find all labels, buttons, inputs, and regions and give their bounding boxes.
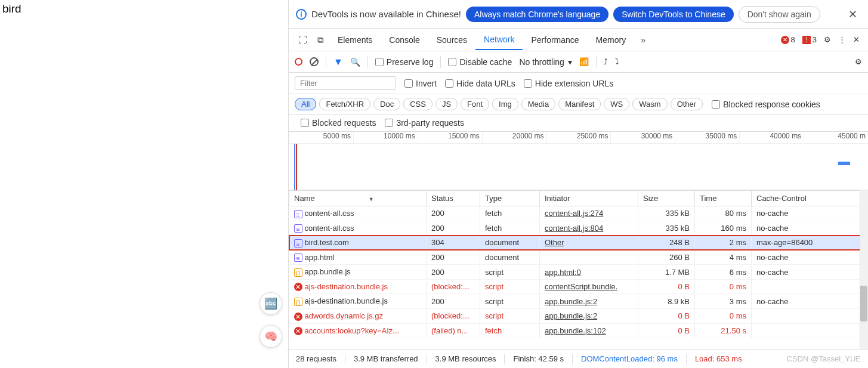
filter-bar: Invert Hide data URLs Hide extension URL… xyxy=(289,73,868,94)
tab-performance[interactable]: Performance xyxy=(523,30,587,50)
chip-doc[interactable]: Doc xyxy=(373,98,400,110)
timeline-tick: 25000 ms xyxy=(546,132,611,143)
upload-icon[interactable]: ⤴ xyxy=(604,57,608,66)
timeline-load-marker xyxy=(296,144,297,190)
col-name[interactable]: Name xyxy=(289,191,427,206)
devtools-panel: i DevTools is now available in Chinese! … xyxy=(289,0,868,368)
network-toolbar: ▼ 🔍 Preserve log Disable cache No thrott… xyxy=(289,51,868,73)
table-row[interactable]: ✕accounts:lookup?key=AIz...(failed) n...… xyxy=(289,323,868,338)
page-content: bird xyxy=(2,2,21,15)
chip-img[interactable]: Img xyxy=(492,98,518,110)
status-bar: 28 requests 3.9 MB transferred 3.9 MB re… xyxy=(289,349,868,368)
col-type[interactable]: Type xyxy=(480,191,540,206)
devtools-tabs: ⛶ ⧉ Elements Console Sources Network Per… xyxy=(289,29,868,51)
hide-extension-urls-checkbox[interactable]: Hide extension URLs xyxy=(524,79,614,88)
more-tabs-icon[interactable]: » xyxy=(634,35,652,45)
download-icon[interactable]: ⤵ xyxy=(615,57,619,66)
gear-icon[interactable]: ⚙ xyxy=(824,35,831,44)
hide-data-urls-checkbox[interactable]: Hide data URLs xyxy=(445,79,515,88)
timeline-tick: 30000 ms xyxy=(610,132,675,143)
table-row[interactable]: ≡content-all.css200fetchcontent-all.js:2… xyxy=(289,206,868,221)
dont-show-button[interactable]: Don't show again xyxy=(739,6,820,23)
status-resources: 3.9 MB resources xyxy=(435,354,496,363)
chip-fetchxhr[interactable]: Fetch/XHR xyxy=(319,98,370,110)
timeline-overview[interactable]: 5000 ms10000 ms15000 ms20000 ms25000 ms3… xyxy=(289,132,868,190)
error-count[interactable]: ✕8 xyxy=(781,35,795,44)
scrollbar[interactable] xyxy=(860,190,868,349)
tab-console[interactable]: Console xyxy=(381,30,428,50)
col-initiator[interactable]: Initiator xyxy=(540,191,638,206)
status-transferred: 3.9 MB transferred xyxy=(354,354,418,363)
third-party-checkbox[interactable]: 3rd-party requests xyxy=(385,118,464,128)
status-finish: Finish: 42.59 s xyxy=(513,354,564,363)
always-match-button[interactable]: Always match Chrome's language xyxy=(466,7,608,22)
table-row[interactable]: ≡app.html200document260 B4 msno-cache xyxy=(289,250,868,265)
close-icon[interactable]: ✕ xyxy=(845,8,861,21)
clear-icon[interactable] xyxy=(310,57,319,66)
status-requests: 28 requests xyxy=(296,354,336,363)
table-row[interactable]: ✕ajs-destination.bundle.js(blocked:...sc… xyxy=(289,279,868,294)
filter-input[interactable] xyxy=(295,76,396,90)
timeline-tick: 5000 ms xyxy=(289,132,353,143)
timeline-tick: 20000 ms xyxy=(482,132,546,143)
chip-font[interactable]: Font xyxy=(461,98,489,110)
table-row[interactable]: ≡content-all.css200fetchcontent-all.js:8… xyxy=(289,221,868,236)
chip-js[interactable]: JS xyxy=(435,98,458,110)
table-row[interactable]: {}ajs-destination.bundle.js200scriptapp.… xyxy=(289,294,868,309)
type-chips: AllFetch/XHRDocCSSJSFontImgMediaManifest… xyxy=(289,94,868,115)
preserve-log-checkbox[interactable]: Preserve log xyxy=(375,57,434,67)
chip-all[interactable]: All xyxy=(295,98,316,110)
chip-manifest[interactable]: Manifest xyxy=(558,98,601,110)
requests-table[interactable]: NameStatusTypeInitiatorSizeTimeCache-Con… xyxy=(289,190,868,349)
inspect-icon[interactable]: ⛶ xyxy=(294,35,311,45)
col-cachecontrol[interactable]: Cache-Control xyxy=(752,191,868,206)
banner-message: DevTools is now available in Chinese! xyxy=(311,9,461,19)
timeline-tick: 40000 ms xyxy=(739,132,804,143)
timeline-tick: 15000 ms xyxy=(418,132,482,143)
search-icon[interactable]: 🔍 xyxy=(350,57,360,67)
table-row[interactable]: ✕adwords.dynamic.js.gz(blocked:...script… xyxy=(289,308,868,323)
tab-sources[interactable]: Sources xyxy=(428,30,475,50)
switch-devtools-button[interactable]: Switch DevTools to Chinese xyxy=(613,7,734,22)
kebab-icon[interactable]: ⋮ xyxy=(838,35,846,44)
warning-count[interactable]: !3 xyxy=(802,35,817,44)
tab-memory[interactable]: Memory xyxy=(588,30,635,50)
extra-filters: Blocked requests 3rd-party requests xyxy=(289,115,868,132)
chip-wasm[interactable]: Wasm xyxy=(632,98,667,110)
invert-checkbox[interactable]: Invert xyxy=(404,79,437,88)
language-banner: i DevTools is now available in Chinese! … xyxy=(289,0,868,29)
timeline-tick: 10000 ms xyxy=(353,132,418,143)
timeline-request-marker xyxy=(838,162,850,165)
filter-icon[interactable]: ▼ xyxy=(333,57,343,67)
disable-cache-checkbox[interactable]: Disable cache xyxy=(448,57,512,67)
col-time[interactable]: Time xyxy=(695,191,752,206)
blocked-response-checkbox[interactable]: Blocked response cookies xyxy=(712,100,820,109)
timeline-start-marker xyxy=(294,144,295,190)
chip-media[interactable]: Media xyxy=(521,98,555,110)
chip-ws[interactable]: WS xyxy=(604,98,629,110)
chevron-down-icon: ▾ xyxy=(568,57,572,67)
tab-network[interactable]: Network xyxy=(475,30,523,50)
blocked-requests-checkbox[interactable]: Blocked requests xyxy=(301,118,376,128)
close-devtools-icon[interactable]: ✕ xyxy=(853,35,860,44)
scrollbar-thumb[interactable] xyxy=(860,286,867,321)
throttling-select[interactable]: No throttling ▾ xyxy=(519,57,572,67)
rendered-page: bird 🔤 🧠 xyxy=(0,0,289,368)
record-icon[interactable] xyxy=(295,58,302,66)
table-row[interactable]: ≡bird.test.com304documentOther248 B2 msm… xyxy=(289,236,868,251)
info-icon: i xyxy=(296,9,307,20)
chip-other[interactable]: Other xyxy=(671,98,703,110)
timeline-tick: 35000 ms xyxy=(675,132,739,143)
translate-fab[interactable]: 🔤 xyxy=(260,292,282,315)
gear-icon[interactable]: ⚙ xyxy=(855,57,862,66)
tab-elements[interactable]: Elements xyxy=(329,30,381,50)
col-status[interactable]: Status xyxy=(427,191,480,206)
table-row[interactable]: {}app.bundle.js200scriptapp.html:01.7 MB… xyxy=(289,265,868,280)
chip-css[interactable]: CSS xyxy=(403,98,433,110)
status-load: Load: 653 ms xyxy=(695,354,742,363)
wifi-icon[interactable]: 📶 xyxy=(579,57,589,66)
status-dcl: DOMContentLoaded: 96 ms xyxy=(581,354,678,363)
device-icon[interactable]: ⧉ xyxy=(311,35,329,45)
col-size[interactable]: Size xyxy=(638,191,695,206)
brain-fab[interactable]: 🧠 xyxy=(260,325,282,348)
